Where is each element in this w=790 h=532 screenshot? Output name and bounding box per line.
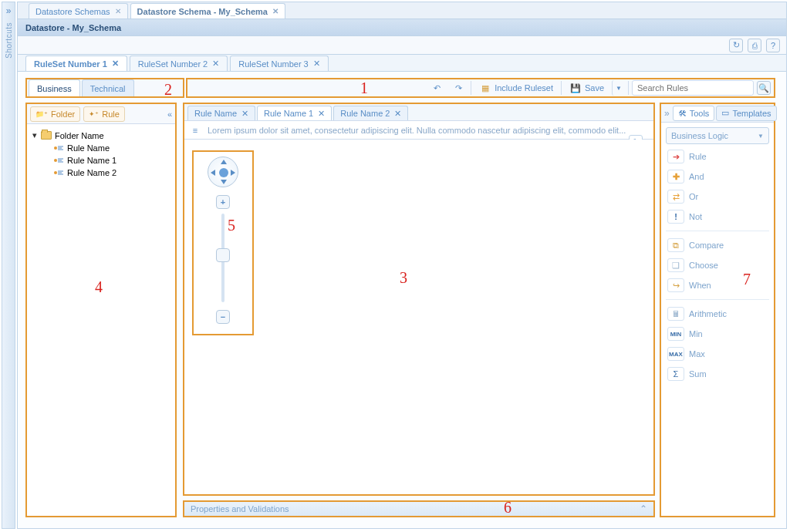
annotation-4: 4: [95, 278, 103, 296]
pan-left-icon[interactable]: [211, 170, 215, 176]
close-icon[interactable]: ✕: [313, 59, 320, 69]
min-icon: MIN: [667, 327, 684, 341]
rule-editor: Rule Name✕ Rule Name 1✕ Rule Name 2✕ ≡ L…: [183, 103, 655, 496]
pan-joystick[interactable]: [208, 157, 238, 187]
undo-icon: ↶: [430, 82, 443, 94]
tool-min[interactable]: MINMin: [666, 325, 769, 343]
doc-tab-schemas[interactable]: Datastore Schemas ✕: [29, 3, 128, 19]
save-dropdown[interactable]: ▼: [612, 80, 625, 96]
rule-icon: [53, 157, 64, 164]
rule-tab[interactable]: Rule Name 2✕: [333, 106, 408, 120]
ruleset-tab-1[interactable]: RuleSet Number 1✕: [25, 56, 127, 71]
not-icon: !: [667, 210, 684, 224]
pan-up-icon[interactable]: [221, 160, 227, 164]
close-icon[interactable]: ✕: [272, 7, 279, 15]
zoom-handle[interactable]: [216, 248, 230, 262]
rule-icon: [53, 169, 64, 177]
close-icon[interactable]: ✕: [112, 59, 119, 69]
arrow-right-icon: ➔: [667, 150, 684, 163]
refresh-button[interactable]: ↻: [729, 39, 743, 52]
close-icon[interactable]: ✕: [318, 109, 325, 119]
new-folder-button[interactable]: 📁⁺Folder: [30, 106, 80, 122]
document-tabstrip: Datastore Schemas ✕ Datastore Schema - M…: [18, 2, 786, 19]
doc-tab-my-schema[interactable]: Datastore Schema - My_Schema ✕: [130, 3, 285, 19]
pan-center-icon[interactable]: [219, 168, 228, 177]
rule-tab[interactable]: Rule Name✕: [187, 106, 255, 120]
save-button[interactable]: 💾 Save: [565, 80, 609, 96]
search-rules-input[interactable]: [632, 80, 754, 96]
templates-tab[interactable]: ▭Templates: [716, 106, 776, 121]
tool-arithmetic[interactable]: 🖩Arithmetic: [666, 305, 769, 323]
close-icon[interactable]: ✕: [394, 109, 401, 119]
view-tab-business[interactable]: Business: [29, 79, 80, 96]
close-icon[interactable]: ✕: [115, 7, 121, 15]
rule-description-bar: ≡ Lorem ipsum dolor sit amet, consectetu…: [184, 121, 653, 140]
tool-rule[interactable]: ➔Rule: [666, 147, 769, 166]
pan-down-icon[interactable]: [221, 180, 227, 184]
view-switch: Business Technical: [25, 78, 184, 98]
tools-tab[interactable]: 🛠Tools: [673, 106, 715, 121]
undo-button[interactable]: ↶: [427, 80, 446, 96]
tree-folder[interactable]: ▾ Folder Name: [32, 129, 170, 142]
redo-icon: ↷: [452, 82, 464, 94]
tree-rule[interactable]: Rule Name: [32, 142, 170, 154]
help-icon: ?: [771, 41, 775, 50]
folder-icon: [41, 131, 52, 140]
close-icon[interactable]: ✕: [212, 59, 219, 69]
redo-button[interactable]: ↷: [449, 80, 468, 96]
print-icon: ⎙: [752, 41, 758, 50]
ruleset-tab-3[interactable]: RuleSet Number 3✕: [230, 56, 329, 71]
ruleset-tab-2[interactable]: RuleSet Number 2✕: [130, 56, 228, 71]
rule-tree-panel: 📁⁺Folder ✦⁺Rule « ▾ Folder Name Rule Nam…: [25, 103, 177, 517]
save-icon: 💾: [569, 82, 582, 94]
compare-icon: ⧉: [667, 238, 684, 252]
help-button[interactable]: ?: [766, 39, 780, 52]
include-ruleset-button[interactable]: ▦ Include Ruleset: [474, 80, 558, 96]
shortcuts-collapsed-panel[interactable]: » Shortcuts: [2, 2, 15, 529]
expand-up-icon[interactable]: ⌃: [640, 503, 647, 514]
properties-label: Properties and Validations: [191, 504, 289, 513]
swap-icon: ⇄: [667, 190, 684, 204]
pan-right-icon[interactable]: [231, 170, 235, 176]
tool-max[interactable]: MAXMax: [666, 345, 769, 363]
secondary-toolbar: ↻ ⎙ ?: [18, 36, 786, 55]
twisty-icon[interactable]: ▾: [32, 130, 38, 140]
zoom-in-button[interactable]: +: [216, 195, 230, 209]
calculator-icon: 🖩: [667, 307, 684, 321]
app-window: Datastore Schemas ✕ Datastore Schema - M…: [17, 2, 787, 529]
zoom-slider[interactable]: [221, 214, 225, 302]
navigator-zoom-control: + −: [192, 150, 254, 335]
tool-not[interactable]: !Not: [666, 207, 769, 226]
shortcuts-label: Shortcuts: [5, 22, 13, 59]
tool-list: ➔Rule ✚And ⇄Or !Not ⧉Compare ❏Choose ↪Wh…: [661, 147, 774, 388]
expand-icon: »: [6, 5, 12, 16]
zoom-out-button[interactable]: −: [216, 310, 230, 324]
tree-rule[interactable]: Rule Name 2: [32, 167, 170, 179]
view-tab-technical[interactable]: Technical: [82, 79, 134, 96]
tool-when[interactable]: ↪When: [666, 276, 769, 295]
svg-point-0: [54, 146, 57, 150]
rule-canvas[interactable]: + −: [184, 140, 653, 494]
sum-icon: Σ: [667, 367, 684, 381]
rule-tab[interactable]: Rule Name 1✕: [257, 106, 332, 120]
new-rule-button[interactable]: ✦⁺Rule: [83, 106, 125, 122]
tool-choose[interactable]: ❏Choose: [666, 256, 769, 274]
chevron-down-icon: ▼: [758, 133, 764, 140]
rule-description: Lorem ipsum dolor sit amet, consectetur …: [208, 126, 649, 135]
tools-tabstrip: » 🛠Tools ▭Templates: [661, 104, 774, 123]
main-area: Business Technical ↶ ↷ ▦ Include Ruleset…: [18, 72, 786, 528]
tool-and[interactable]: ✚And: [666, 167, 769, 186]
include-icon: ▦: [479, 82, 491, 94]
properties-panel-collapsed[interactable]: Properties and Validations ⌃: [183, 500, 655, 517]
tool-category-select[interactable]: Business Logic ▼: [666, 127, 769, 144]
collapse-icon[interactable]: «: [167, 109, 172, 119]
tool-or[interactable]: ⇄Or: [666, 187, 769, 206]
close-icon[interactable]: ✕: [241, 109, 248, 119]
tool-sum[interactable]: ΣSum: [666, 365, 769, 383]
tool-compare[interactable]: ⧉Compare: [666, 236, 769, 254]
print-button[interactable]: ⎙: [748, 39, 761, 52]
expand-icon[interactable]: »: [664, 108, 670, 119]
search-button[interactable]: 🔍: [757, 81, 771, 95]
tree-rule[interactable]: Rule Name 1: [32, 154, 170, 167]
svg-point-1: [54, 159, 57, 162]
